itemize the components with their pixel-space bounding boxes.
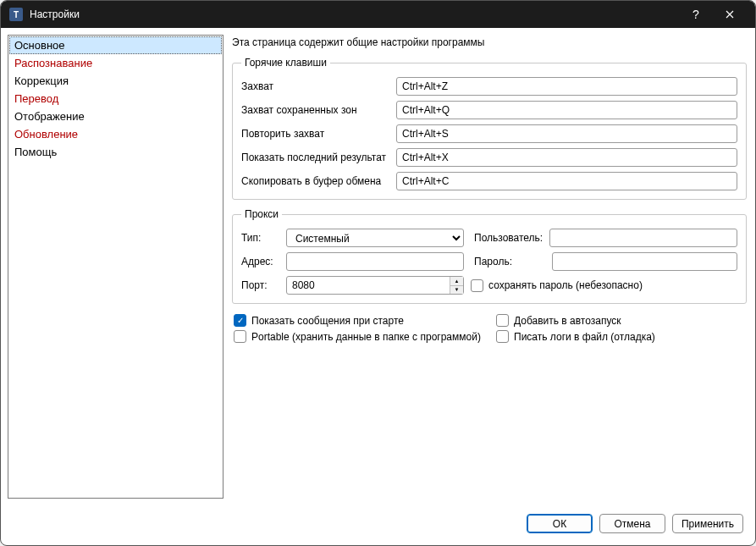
proxy-row-type: Тип: Системный Пользователь: (241, 229, 737, 247)
checkbox-icon (496, 330, 509, 343)
close-button[interactable] (713, 1, 747, 28)
close-icon (726, 10, 734, 19)
proxy-save-pass-checkbox[interactable]: сохранять пароль (небезопасно) (471, 279, 643, 292)
option-portable[interactable]: Portable (хранить данные в папке с прогр… (234, 330, 488, 343)
sidebar-item-update[interactable]: Обновление (9, 125, 222, 143)
hotkey-input-copy[interactable] (396, 172, 737, 190)
checkbox-label: Portable (хранить данные в папке с прогр… (251, 331, 481, 343)
proxy-pass-label: Пароль: (474, 256, 545, 267)
proxy-group: Прокси Тип: Системный Пользователь: Адре… (232, 208, 747, 304)
proxy-addr-label: Адрес: (241, 256, 279, 267)
hotkey-input-capture-saved[interactable] (396, 101, 737, 119)
ok-button[interactable]: ОК (527, 514, 593, 533)
port-spinner: ▲ ▼ (450, 277, 463, 294)
proxy-pass-input[interactable] (552, 252, 737, 271)
hotkey-label: Захват сохраненных зон (241, 104, 389, 116)
port-spin-up[interactable]: ▲ (450, 277, 463, 286)
sidebar-item-label: Перевод (14, 92, 58, 105)
sidebar-item-label: Помощь (14, 146, 57, 158)
hotkey-label: Захват (241, 80, 389, 92)
hotkey-label: Скопировать в буфер обмена (241, 175, 389, 187)
content-pane: Эта страница содержит общие настройки пр… (230, 35, 748, 499)
sidebar-item-recognition[interactable]: Распознавание (9, 54, 222, 72)
checkbox-icon (471, 279, 483, 292)
hotkey-input-capture[interactable] (396, 77, 737, 96)
proxy-row-addr: Адрес: Пароль: (241, 252, 737, 271)
checkbox-icon (496, 314, 509, 327)
hotkey-label: Показать последний результат (241, 152, 389, 163)
checkbox-label: Показать сообщения при старте (251, 315, 404, 327)
help-button[interactable]: ? (679, 1, 713, 28)
sidebar-item-display[interactable]: Отображение (9, 108, 222, 125)
footer: ОК Отмена Применить (1, 505, 755, 545)
sidebar-item-label: Коррекция (14, 74, 69, 87)
hotkeys-legend: Горячие клавиши (241, 57, 330, 69)
hotkeys-group: Горячие клавиши Захват Захват сохраненны… (232, 57, 747, 200)
sidebar-item-label: Распознавание (14, 57, 92, 69)
cancel-button[interactable]: Отмена (599, 514, 665, 533)
checkbox-icon (234, 330, 246, 343)
proxy-port-input[interactable] (286, 276, 464, 295)
checkbox-label: сохранять пароль (небезопасно) (488, 279, 643, 291)
proxy-port-wrap: ▲ ▼ (286, 276, 464, 295)
proxy-type-label: Тип: (241, 232, 279, 244)
sidebar-item-label: Обновление (14, 128, 78, 141)
proxy-type-select[interactable]: Системный (286, 229, 464, 247)
sidebar: Основное Распознавание Коррекция Перевод… (8, 35, 223, 499)
hotkey-row-show-last: Показать последний результат (241, 148, 737, 167)
port-spin-down[interactable]: ▼ (450, 286, 463, 295)
app-icon: T (9, 8, 23, 21)
sidebar-item-correction[interactable]: Коррекция (9, 72, 222, 90)
checkbox-icon (234, 314, 246, 327)
option-debuglog[interactable]: Писать логи в файл (отладка) (496, 330, 745, 343)
sidebar-item-label: Основное (14, 39, 65, 52)
hotkey-row-copy: Скопировать в буфер обмена (241, 172, 737, 190)
proxy-legend: Прокси (241, 208, 282, 220)
proxy-user-label: Пользователь: (474, 232, 543, 244)
titlebar: T Настройки ? (1, 1, 755, 28)
checkbox-label: Добавить в автозапуск (514, 315, 621, 327)
page-description: Эта страница содержит общие настройки пр… (230, 35, 748, 52)
options-grid: Показать сообщения при старте Добавить в… (230, 312, 748, 345)
sidebar-item-label: Отображение (14, 110, 85, 123)
apply-button[interactable]: Применить (672, 514, 743, 533)
hotkey-row-repeat: Повторить захват (241, 124, 737, 143)
hotkey-label: Повторить захват (241, 128, 389, 140)
hotkey-row-capture-saved: Захват сохраненных зон (241, 101, 737, 119)
option-show-startup[interactable]: Показать сообщения при старте (234, 314, 488, 327)
proxy-addr-input[interactable] (286, 252, 464, 271)
hotkey-row-capture: Захват (241, 77, 737, 96)
proxy-user-input[interactable] (549, 229, 737, 247)
window-body: Основное Распознавание Коррекция Перевод… (1, 28, 755, 505)
proxy-row-port: Порт: ▲ ▼ сохранять пароль (небезопасно) (241, 276, 737, 295)
sidebar-item-general[interactable]: Основное (9, 36, 222, 54)
hotkey-input-show-last[interactable] (396, 148, 737, 167)
sidebar-item-help[interactable]: Помощь (9, 143, 222, 161)
settings-window: T Настройки ? Основное Распознавание Кор… (0, 0, 756, 546)
proxy-port-label: Порт: (241, 279, 279, 291)
window-title: Настройки (30, 8, 679, 20)
hotkey-input-repeat[interactable] (396, 124, 737, 143)
checkbox-label: Писать логи в файл (отладка) (514, 331, 655, 343)
option-autostart[interactable]: Добавить в автозапуск (496, 314, 745, 327)
sidebar-item-translation[interactable]: Перевод (9, 90, 222, 108)
